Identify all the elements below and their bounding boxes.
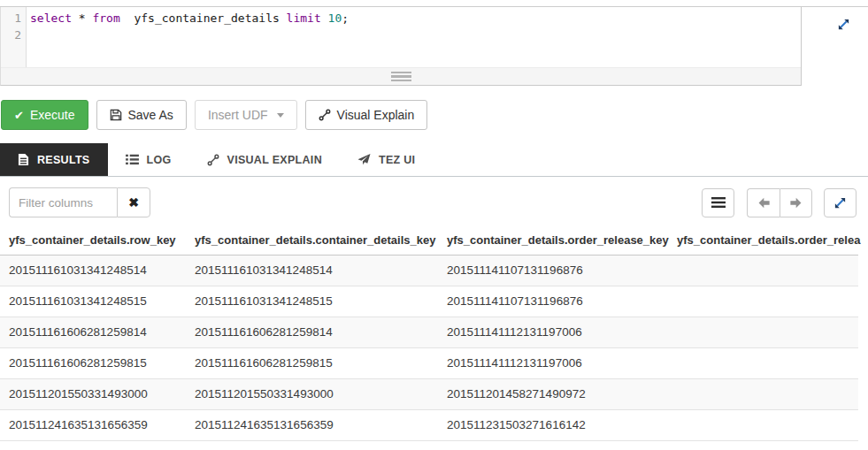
table-cell: 201511161606281259815: [0, 348, 186, 379]
code-editor[interactable]: 1 2 select * from yfs_container_details …: [0, 7, 802, 86]
tab-results-label: RESULTS: [37, 154, 90, 166]
tab-tez-ui-label: TEZ UI: [379, 154, 415, 166]
table-cell: 201511241635131656359: [0, 410, 186, 441]
results-table-container: yfs_container_details.row_key yfs_contai…: [0, 226, 858, 441]
tab-tez-ui[interactable]: TEZ UI: [340, 143, 433, 176]
sql-number: 10: [328, 11, 342, 25]
save-icon: [110, 109, 122, 121]
arrow-left-icon: [757, 197, 771, 209]
link-icon: [319, 109, 331, 121]
table-cell: [668, 286, 858, 317]
sql-keyword: select: [30, 11, 72, 25]
results-toolbar: ✖: [0, 187, 868, 217]
table-cell: 201511201550331493000: [186, 379, 438, 410]
insert-udf-button[interactable]: Insert UDF: [195, 100, 297, 130]
tab-visual-explain[interactable]: VISUAL EXPLAIN: [189, 143, 340, 176]
clear-filter-button[interactable]: ✖: [117, 187, 150, 217]
column-header[interactable]: yfs_container_details.order_relea: [668, 226, 858, 256]
page-nav-group: [747, 188, 812, 217]
close-icon: ✖: [128, 195, 139, 210]
results-table: yfs_container_details.row_key yfs_contai…: [0, 226, 858, 441]
table-cell: [668, 256, 858, 286]
sql-text: [321, 11, 328, 25]
table-cell: 201511141107131196876: [438, 286, 668, 317]
table-cell: 201511161031341248514: [186, 256, 438, 286]
caret-down-icon: [277, 113, 284, 118]
table-row: 201511161606281259815 201511161606281259…: [0, 348, 858, 379]
sql-query-text[interactable]: select * from yfs_container_details limi…: [27, 7, 801, 67]
table-header-row: yfs_container_details.row_key yfs_contai…: [0, 226, 858, 256]
table-cell: 201511241635131656359: [186, 410, 438, 441]
sql-keyword: from: [92, 11, 119, 25]
table-cell: [668, 317, 858, 348]
table-cell: 201511161031341248515: [186, 286, 438, 317]
results-expand-button[interactable]: [824, 188, 856, 217]
expand-icon: [833, 196, 847, 210]
tab-results[interactable]: RESULTS: [0, 143, 108, 176]
table-cell: 201511201458271490972: [438, 379, 668, 410]
sql-text: ;: [342, 11, 349, 25]
tab-visual-explain-label: VISUAL EXPLAIN: [227, 154, 322, 166]
table-row: 201511161606281259814 201511161606281259…: [0, 317, 858, 348]
query-editor-panel: 1 2 select * from yfs_container_details …: [0, 6, 868, 86]
tab-log[interactable]: LOG: [108, 143, 189, 176]
editor-expand-button[interactable]: [836, 18, 850, 32]
editor-footer: [1, 67, 801, 85]
filter-group: ✖: [9, 187, 150, 217]
sql-keyword: limit: [287, 11, 321, 25]
table-cell: 201511141107131196876: [438, 256, 668, 286]
table-cell: 201511161031341248515: [0, 286, 186, 317]
sql-text: *: [72, 11, 92, 25]
table-cell: 201511141112131197006: [438, 317, 668, 348]
check-icon: ✔: [14, 109, 24, 122]
table-row: 201511241635131656359 201511241635131656…: [0, 410, 858, 441]
hamburger-icon: [711, 196, 726, 209]
table-cell: [668, 379, 858, 410]
save-as-label: Save As: [128, 108, 173, 122]
column-header[interactable]: yfs_container_details.row_key: [0, 226, 186, 256]
expand-icon: [837, 18, 850, 31]
columns-menu-button[interactable]: [702, 188, 734, 217]
table-cell: 201511161606281259814: [186, 317, 438, 348]
previous-page-button[interactable]: [747, 188, 780, 217]
filter-columns-input[interactable]: [9, 187, 117, 217]
action-bar: ✔ Execute Save As Insert UDF Visual Expl…: [1, 100, 868, 130]
table-cell: [668, 410, 858, 441]
visual-explain-button[interactable]: Visual Explain: [305, 100, 428, 130]
line-number: 1: [1, 10, 21, 27]
table-cell: 201511161606281259815: [186, 348, 438, 379]
results-tab-bar: RESULTS LOG VISUAL EXPLAIN TEZ UI: [0, 143, 868, 177]
insert-udf-label: Insert UDF: [208, 108, 268, 122]
save-as-button[interactable]: Save As: [96, 100, 187, 130]
table-row: 201511201550331493000 201511201550331493…: [0, 379, 858, 410]
column-header[interactable]: yfs_container_details.container_details_…: [186, 226, 438, 256]
table-cell: 201511141112131197006: [438, 348, 668, 379]
table-row: 201511161031341248514 201511161031341248…: [0, 256, 858, 286]
sql-table-name: yfs_container_details: [120, 11, 287, 25]
next-page-button[interactable]: [780, 188, 812, 217]
line-number-gutter: 1 2: [1, 7, 27, 67]
table-cell: 201511161031341248514: [0, 256, 186, 286]
list-icon: [126, 154, 139, 165]
paper-plane-icon: [357, 154, 371, 166]
column-header[interactable]: yfs_container_details.order_release_key: [438, 226, 668, 256]
table-cell: [668, 348, 858, 379]
table-cell: 201511161606281259814: [0, 317, 186, 348]
table-row: 201511161031341248515 201511161031341248…: [0, 286, 858, 317]
tab-log-label: LOG: [147, 154, 172, 166]
toolbar-right: [702, 188, 856, 217]
arrow-right-icon: [789, 197, 803, 209]
table-cell: 201511201550331493000: [0, 379, 186, 410]
resize-handle-icon[interactable]: [391, 70, 411, 84]
execute-label: Execute: [30, 108, 75, 122]
visual-explain-label: Visual Explain: [337, 108, 415, 122]
table-cell: 201511231503271616142: [438, 410, 668, 441]
document-icon: [18, 153, 29, 166]
line-number: 2: [1, 27, 21, 43]
execute-button[interactable]: ✔ Execute: [1, 100, 88, 130]
link-icon: [207, 154, 219, 166]
